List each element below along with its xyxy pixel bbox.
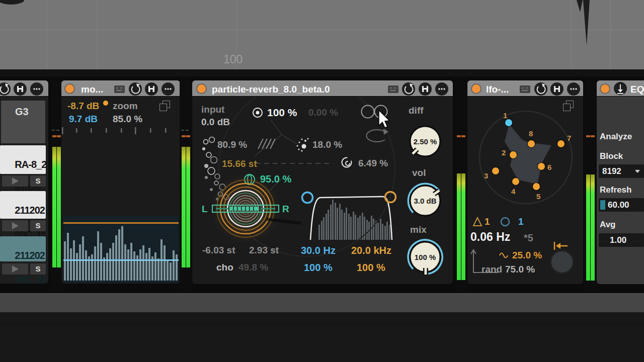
live-device-view: 100 G3 RA-8_2 91026 S 211202 08C 11 S 21… (0, 0, 644, 362)
mouse-cursor (379, 110, 389, 128)
